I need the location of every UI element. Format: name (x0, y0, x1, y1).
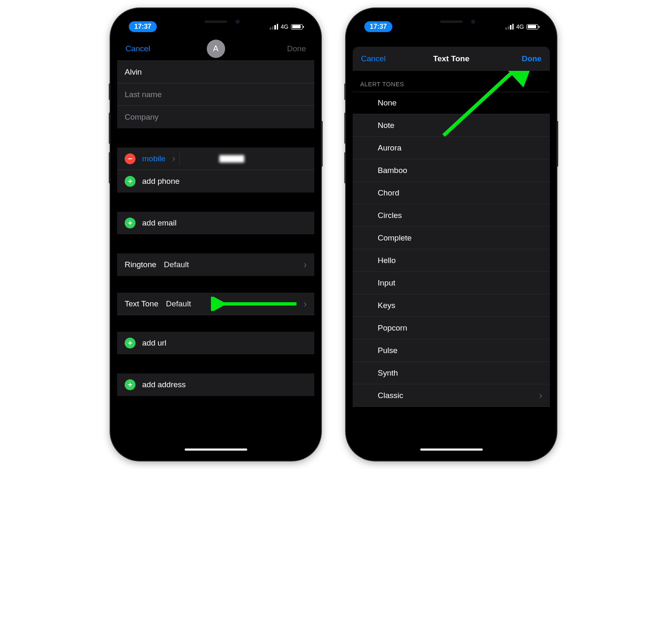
volume-down (344, 152, 346, 183)
tone-option[interactable]: Aurora (353, 137, 550, 159)
nav-bar: Cancel A Done (117, 37, 314, 61)
tone-option[interactable]: Bamboo (353, 159, 550, 182)
add-email-button[interactable]: add email (117, 212, 314, 234)
notch (404, 15, 499, 28)
home-indicator[interactable] (185, 449, 247, 451)
status-time-pill[interactable]: 17:37 (129, 21, 157, 32)
section-header-alert-tones: ALERT TONES (353, 71, 550, 92)
cancel-button[interactable]: Cancel (125, 44, 150, 53)
edit-contact-content: Alvin Last name Company mobile › (117, 61, 314, 454)
mute-switch (344, 83, 346, 100)
svg-rect-0 (128, 158, 132, 159)
phone-text-tone: 17:37 4G Cancel Text Tone Done ALERT TON… (346, 8, 557, 461)
tone-option[interactable]: Keys (353, 294, 550, 317)
add-address-button[interactable]: add address (117, 373, 314, 396)
nav-title: Text Tone (433, 54, 469, 63)
battery-icon (291, 24, 303, 30)
cancel-button[interactable]: Cancel (361, 54, 386, 63)
phone-mobile-row[interactable]: mobile › (117, 148, 314, 170)
tone-option[interactable]: Pulse (353, 339, 550, 362)
svg-rect-4 (128, 223, 132, 223)
network-label: 4G (516, 23, 524, 30)
last-name-field[interactable]: Last name (117, 83, 314, 106)
svg-rect-7 (128, 343, 132, 343)
svg-rect-2 (128, 181, 132, 182)
chevron-right-icon: › (172, 153, 175, 164)
chevron-right-icon: › (303, 298, 307, 310)
ringtone-row[interactable]: Ringtone Default › (117, 253, 314, 276)
done-button[interactable]: Done (522, 54, 542, 63)
text-tone-row[interactable]: Text Tone Default › (117, 293, 314, 315)
svg-rect-9 (128, 384, 132, 385)
tone-option[interactable]: Chord (353, 182, 550, 204)
volume-up (344, 113, 346, 144)
company-field[interactable]: Company (117, 106, 314, 128)
done-button: Done (287, 44, 306, 53)
tone-option[interactable]: Input (353, 272, 550, 294)
add-icon (125, 338, 135, 348)
notch (168, 15, 264, 28)
cellular-signal-icon (505, 24, 514, 30)
tone-option[interactable]: Synth (353, 362, 550, 384)
tone-option[interactable]: None (353, 92, 550, 114)
volume-up (109, 113, 110, 144)
mute-switch (109, 83, 110, 100)
home-indicator[interactable] (420, 449, 483, 451)
phone-label-button[interactable]: mobile (142, 154, 165, 163)
cellular-signal-icon (270, 24, 278, 30)
tone-option[interactable]: Popcorn (353, 317, 550, 339)
add-phone-button[interactable]: add phone (117, 170, 314, 193)
status-time-pill[interactable]: 17:37 (364, 21, 392, 32)
phone-edit-contact: 17:37 4G Cancel A Done Alvin Last name C… (110, 8, 321, 461)
tone-option[interactable]: Classic› (353, 384, 550, 407)
power-button (321, 121, 323, 167)
nav-bar: Cancel Text Tone Done (353, 47, 550, 71)
remove-phone-icon[interactable] (125, 153, 135, 164)
tone-option[interactable]: Complete (353, 227, 550, 249)
volume-down (109, 152, 110, 183)
tone-option[interactable]: Circles (353, 204, 550, 227)
tone-option[interactable]: Note (353, 114, 550, 137)
add-icon (125, 176, 135, 187)
contact-avatar[interactable]: A (207, 40, 225, 58)
redacted-number (219, 155, 244, 163)
add-icon (125, 218, 135, 228)
tone-option[interactable]: Hello (353, 249, 550, 272)
first-name-field[interactable]: Alvin (117, 61, 314, 83)
network-label: 4G (281, 23, 288, 30)
battery-icon (527, 24, 538, 30)
chevron-right-icon: › (303, 259, 307, 271)
chevron-right-icon: › (539, 390, 542, 401)
phone-number-field[interactable] (186, 154, 244, 163)
add-icon (125, 379, 135, 390)
add-url-button[interactable]: add url (117, 332, 314, 354)
power-button (557, 121, 558, 167)
text-tone-content[interactable]: ALERT TONES NoneNoteAuroraBambooChordCir… (353, 71, 550, 454)
